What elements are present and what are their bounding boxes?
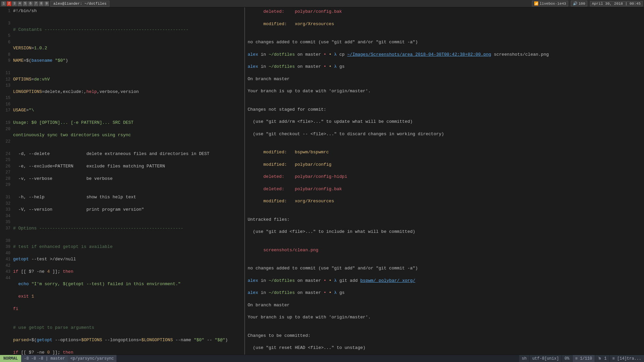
line-numbers: 1 3 5 6 89 111213 15 1617 1920 22 2425 2… (0, 7, 12, 355)
volume-tray: 🔊 100 (571, 1, 587, 6)
code-content[interactable]: #!/bin/sh # Constants ------------------… (12, 7, 244, 355)
ws-8[interactable]: 8 (39, 1, 44, 6)
position-nums: 1/110 (580, 356, 592, 361)
encoding-text: utf-8[unix] (532, 356, 559, 361)
volume-icon: 🔊 (573, 1, 578, 6)
percent-status: 0% (561, 355, 572, 362)
statusbar: NORMAL -8 -8 -8 | master <p/yarsync/yars… (0, 355, 644, 362)
active-tab-title: alex@l1ander: ~/dotfiles (50, 1, 109, 7)
datetime-tray: April 30, 2018 | 00:45 (590, 1, 643, 6)
cursor-icon: 🖱 (598, 356, 602, 361)
topbar-right: 📶 l1vebox-1e43 🔊 100 April 30, 2018 | 00… (532, 1, 643, 6)
position-text (578, 356, 580, 361)
filetype-status: sh (519, 355, 529, 362)
git-status: -8 -8 -8 | master (21, 355, 67, 362)
main-area: 1 3 5 6 89 111213 15 1617 1920 22 2425 2… (0, 7, 644, 355)
col-num: 1 (604, 356, 606, 361)
git-diff-info: -8 -8 -8 | master (24, 356, 65, 361)
topbar: 1 2 3 4 5 6 7 8 9 alex@l1ander: ~/dotfil… (0, 0, 644, 7)
terminal-pane[interactable]: deleted: polybar/config.bak modified: xo… (245, 7, 644, 355)
network-name: l1vebox-1e43 (540, 2, 566, 6)
ws-6[interactable]: 6 (28, 1, 33, 6)
volume-value: 100 (579, 2, 585, 6)
network-icon: 📶 (534, 1, 539, 6)
vim-mode: NORMAL (0, 355, 21, 362)
file-path-text: <p/yarsync/yarsync (70, 356, 114, 361)
workspace-switcher[interactable]: 1 2 3 4 5 6 7 8 9 (1, 1, 49, 6)
topbar-left: 1 2 3 4 5 6 7 8 9 alex@l1ander: ~/dotfil… (1, 1, 530, 7)
cursor-col: 🖱 1 (595, 355, 609, 362)
ws-9[interactable]: 9 (44, 1, 49, 6)
terminal-output: deleted: polybar/config.bak modified: xo… (245, 7, 644, 355)
ws-7[interactable]: 7 (34, 1, 38, 6)
ws-5[interactable]: 5 (23, 1, 28, 6)
status-right: sh utf-8[unix] 0% ≡ 1/110 🖱 1 ≡ [14]tra.… (519, 355, 644, 362)
ws-4[interactable]: 4 (17, 1, 22, 6)
encoding-status: utf-8[unix] (529, 355, 561, 362)
datetime-text: April 30, 2018 | 00:45 (592, 2, 641, 6)
file-path: <p/yarsync/yarsync (68, 355, 117, 362)
editor-content: 1 3 5 6 89 111213 15 1617 1920 22 2425 2… (0, 7, 244, 355)
col-text (602, 356, 604, 361)
position-status: ≡ 1/110 (572, 355, 595, 362)
ws-2[interactable]: 2 (7, 1, 11, 6)
filetype-text: sh (522, 356, 527, 361)
percent-text: 0% (564, 356, 569, 361)
network-tray: 📶 l1vebox-1e43 (532, 1, 568, 6)
extra-status: ≡ [14]tra... (609, 355, 644, 362)
lines-icon: ≡ (575, 356, 578, 361)
editor-pane[interactable]: 1 3 5 6 89 111213 15 1617 1920 22 2425 2… (0, 7, 245, 355)
ws-1[interactable]: 1 (1, 1, 6, 6)
ws-3[interactable]: 3 (12, 1, 17, 6)
extra-text: ≡ [14]tra... (612, 356, 641, 361)
